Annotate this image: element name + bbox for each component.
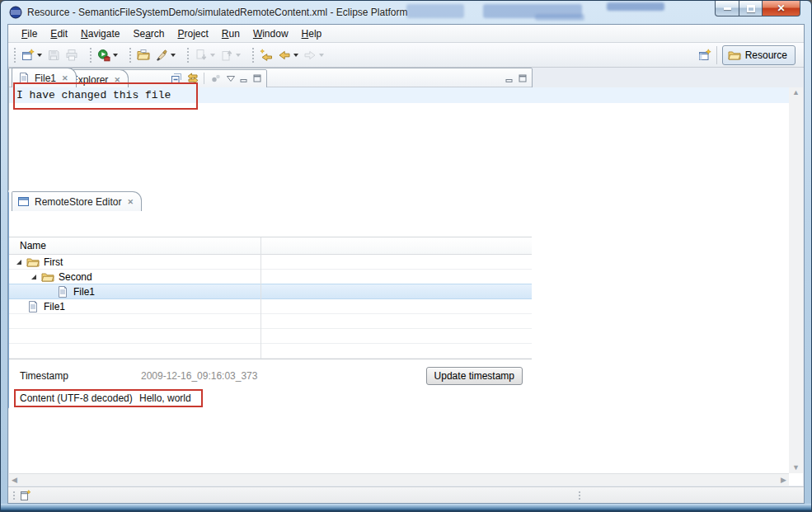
table-row-empty[interactable] (9, 329, 532, 344)
table-row-label: First (44, 256, 63, 268)
new-wizard-button[interactable] (19, 46, 45, 64)
workbench-client: FileEditNavigateSearchProjectRunWindowHe… (7, 24, 805, 504)
expanded-triangle-icon[interactable] (31, 274, 37, 280)
print-icon (65, 49, 78, 62)
editor-line-1[interactable]: I have changed this file (9, 87, 803, 103)
minimize-button[interactable] (239, 73, 249, 83)
menu-file[interactable]: File (15, 26, 44, 41)
content-row: Content (UTF-8 decoded) Hello, world (9, 388, 532, 408)
main-toolbar: Resource (8, 43, 804, 68)
editor-stack-buttons (500, 73, 532, 87)
minimize-button[interactable] (715, 1, 739, 16)
open-perspective-button[interactable] (698, 49, 711, 62)
dropdown-chevron-icon[interactable] (293, 54, 298, 57)
maximize-button[interactable] (739, 1, 763, 16)
window-bottom-frame (1, 504, 811, 511)
table-row-empty[interactable] (9, 344, 532, 359)
fast-view-button[interactable] (19, 489, 32, 502)
maximize-button[interactable] (252, 73, 262, 83)
toolbar-drag-handle[interactable] (87, 47, 93, 63)
table-row-file1[interactable]: File1 (9, 284, 532, 299)
remote-store-table: Name FirstSecondFile1File1 (9, 237, 532, 359)
vertical-scrollbar[interactable]: ▲ ▼ (789, 87, 803, 473)
timestamp-value: 2009-12-16_09:16:03_373 (141, 370, 257, 382)
last-edit-location-button[interactable] (257, 46, 275, 64)
toolbar-drag-handle[interactable] (185, 47, 190, 63)
open-folder-icon (137, 49, 150, 62)
toolbar-group (257, 46, 326, 64)
close-tab-icon[interactable]: ✕ (114, 76, 120, 84)
menu-edit[interactable]: Edit (44, 26, 74, 41)
perspective-button-resource[interactable]: Resource (722, 45, 796, 65)
close-button[interactable]: ✕ (763, 1, 800, 16)
maximize-icon (252, 73, 262, 83)
close-tab-icon[interactable]: ✕ (127, 198, 134, 206)
table-header-name[interactable]: Name (9, 237, 532, 255)
open-folder-button[interactable] (134, 46, 153, 64)
fast-view-icon (19, 489, 32, 502)
close-tab-icon[interactable]: ✕ (62, 74, 68, 82)
menu-window[interactable]: Window (246, 26, 295, 41)
perspective-separator (716, 46, 717, 64)
menu-help[interactable]: Help (295, 26, 329, 41)
toolbar-drag-handle[interactable] (127, 47, 133, 63)
statusbar-drag-handle[interactable] (576, 490, 582, 501)
scroll-up-icon[interactable]: ▲ (792, 89, 800, 96)
menu-navigate[interactable]: Navigate (74, 26, 126, 41)
back-arrow-button[interactable] (275, 46, 301, 64)
maximize-button[interactable] (518, 73, 528, 83)
menu-search[interactable]: Search (126, 26, 171, 41)
table-row-second[interactable]: Second (9, 270, 532, 284)
horizontal-scrollbar[interactable]: ◀ ▶ (9, 473, 789, 486)
view-menu-button[interactable] (226, 75, 236, 82)
focus-icon (209, 72, 223, 85)
dropdown-chevron-icon[interactable] (236, 54, 241, 57)
dropdown-chevron-icon[interactable] (37, 54, 42, 57)
dropdown-chevron-icon[interactable] (319, 54, 324, 57)
status-bar (8, 486, 804, 503)
forward-arrow-icon (303, 49, 317, 62)
menu-project[interactable]: Project (171, 26, 214, 41)
link-with-editor-button[interactable] (186, 72, 199, 85)
annotation-box-content: Content (UTF-8 decoded) Hello, world (14, 389, 203, 407)
titlebar[interactable]: Resource - SemanticFileSystemDemo/simula… (1, 1, 811, 24)
scroll-left-icon[interactable]: ◀ (12, 477, 17, 484)
table-row-first[interactable]: First (9, 255, 532, 270)
table-row-file1[interactable]: File1 (9, 299, 532, 314)
tab-remote-store-editor[interactable]: RemoteStore Editor ✕ (12, 191, 142, 211)
marker-pen-button[interactable] (153, 46, 178, 64)
table-row-empty[interactable] (9, 314, 532, 329)
dropdown-chevron-icon[interactable] (171, 54, 176, 57)
update-timestamp-button[interactable]: Update timestamp (426, 367, 523, 385)
menubar: FileEditNavigateSearchProjectRunWindowHe… (8, 25, 804, 43)
dropdown-chevron-icon[interactable] (113, 54, 118, 57)
focus-button[interactable] (209, 72, 223, 85)
minimize-icon (724, 7, 731, 10)
toolbar-group (19, 46, 81, 64)
toolbar-drag-handle[interactable] (12, 47, 17, 63)
toolbar-group (95, 46, 120, 64)
statusbar-drag-handle[interactable] (11, 490, 16, 501)
expanded-triangle-icon[interactable] (16, 259, 22, 265)
file-icon (17, 72, 31, 85)
menu-run[interactable]: Run (215, 26, 246, 41)
next-annotation-icon (195, 49, 208, 62)
scroll-right-icon[interactable]: ▶ (781, 477, 786, 484)
close-icon: ✕ (777, 3, 785, 13)
editor-and-views-area: Project Explorer ✕ SemanticFileSystemDem… (8, 68, 804, 486)
minimize-button[interactable] (505, 73, 514, 83)
toolbar-drag-handle[interactable] (250, 47, 256, 63)
dropdown-chevron-icon[interactable] (210, 54, 215, 57)
timestamp-label: Timestamp (20, 370, 141, 382)
column-divider[interactable] (260, 237, 261, 359)
tab-label: RemoteStore Editor (35, 196, 121, 208)
view-toolbar (166, 72, 266, 88)
collapse-all-button[interactable] (170, 72, 183, 85)
table-row-label: Second (59, 271, 92, 283)
folder-icon (41, 270, 54, 284)
scroll-down-icon[interactable]: ▼ (792, 464, 800, 472)
window-title: Resource - SemanticFileSystemDemo/simula… (27, 7, 408, 18)
tab-file1-editor[interactable]: File1 ✕ (12, 68, 77, 87)
timestamp-row: Timestamp 2009-12-16_09:16:03_373 Update… (9, 366, 532, 386)
run-external-tools-button[interactable] (95, 46, 120, 64)
